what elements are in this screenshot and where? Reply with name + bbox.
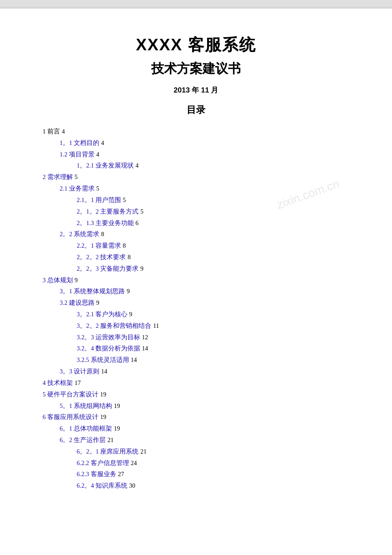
- date-line: 2013 年 11 月: [43, 85, 349, 95]
- toc-link[interactable]: 3。1 系统整体规划思路: [60, 286, 125, 297]
- toc-link[interactable]: 2。2 系统需求: [60, 228, 99, 240]
- toc-link[interactable]: 6.2.2 客户信息管理: [77, 457, 129, 469]
- toc-link[interactable]: 6。1 总体功能框架: [60, 423, 112, 434]
- toc-item[interactable]: 6.2.3 客服业务 27: [77, 468, 349, 480]
- toc-page-number: 14: [101, 366, 107, 377]
- toc-item[interactable]: 2 需求理解 5: [43, 171, 349, 183]
- toc-page-number: 12: [142, 332, 148, 343]
- toc-page-number: 27: [118, 468, 124, 480]
- toc-link[interactable]: 3 总体规划: [43, 275, 73, 286]
- toc-item[interactable]: 5 硬件平台方案设计 19: [43, 389, 349, 400]
- toc-link[interactable]: 6 客服应用系统设计: [43, 411, 98, 423]
- toc-link[interactable]: 2。2。2 技术要求: [77, 251, 126, 263]
- toc-item[interactable]: 6。2 生产运作层 21: [60, 434, 349, 446]
- toc-page-number: 5: [96, 183, 99, 194]
- toc-page-number: 9: [96, 297, 99, 309]
- toc-link[interactable]: 5。1 系统组网结构: [60, 400, 112, 412]
- toc-page-number: 8: [127, 251, 130, 263]
- toc-item[interactable]: 1。1 文档目的 4: [60, 137, 349, 149]
- toc-page-number: 30: [129, 480, 135, 491]
- toc-link[interactable]: 3。2.1 客户为核心: [77, 309, 127, 320]
- toc-page-number: 8: [101, 228, 104, 240]
- toc-link[interactable]: 3.2。4 数据分析为依据: [77, 343, 140, 354]
- toc-page-number: 19: [100, 411, 107, 423]
- toc-item[interactable]: 4 技术框架 17: [43, 377, 349, 389]
- toc-item[interactable]: 3。2.1 客户为核心 9: [77, 309, 349, 320]
- toc-page-number: 8: [123, 240, 126, 251]
- toc-link[interactable]: 3。2。2 服务和营销相结合: [77, 320, 151, 332]
- toc-page-number: 14: [131, 354, 137, 366]
- toc-text: 1 前言: [43, 126, 60, 137]
- toc-page-number: 4: [96, 149, 99, 160]
- toc-item[interactable]: 2.1。1 用户范围 5: [77, 194, 349, 206]
- toc-page-number: 17: [75, 377, 81, 389]
- toc-item[interactable]: 3.2 建设思路 9: [60, 297, 349, 309]
- toc-link[interactable]: 1。1 文档目的: [60, 137, 99, 149]
- toc-page-number: 11: [153, 320, 159, 332]
- toc-item: 1 前言 4: [43, 126, 349, 137]
- toc-link[interactable]: 2.1。1 用户范围: [77, 194, 121, 206]
- toc-page-number: 21: [107, 434, 114, 446]
- toc-page-number: 5: [140, 206, 143, 217]
- toc-link[interactable]: 6.2.3 客服业务: [77, 468, 116, 480]
- toc-page-number: 14: [142, 343, 148, 354]
- toc-link[interactable]: 1。2.1 业务发展现状: [77, 160, 134, 171]
- toc-item[interactable]: 2.1 业务需求 5: [60, 183, 349, 194]
- toc-item[interactable]: 3。1 系统整体规划思路 9: [60, 286, 349, 297]
- toc-link[interactable]: 3.2.5 系统灵活适用: [77, 354, 129, 366]
- toc-link[interactable]: 2。1.3 主要业务功能: [77, 217, 134, 229]
- toc-item[interactable]: 2。2。2 技术要求 8: [77, 251, 349, 263]
- toc-link[interactable]: 2。2。3 灾备能力要求: [77, 263, 138, 275]
- toc-page-number: 21: [140, 446, 147, 457]
- toc-link[interactable]: 3.2 建设思路: [60, 297, 95, 309]
- toc-item[interactable]: 2.2。1 容量需求 8: [77, 240, 349, 251]
- toc-link[interactable]: 3。3 设计原则: [60, 366, 99, 377]
- toc-item[interactable]: 1.2 项目背景 4: [60, 149, 349, 160]
- sub-title: 技术方案建议书: [43, 60, 349, 78]
- toc-item[interactable]: 3 总体规划 9: [43, 275, 349, 286]
- toc-page-number: 6: [135, 217, 138, 229]
- toc-item[interactable]: 6.2.2 客户信息管理 24: [77, 457, 349, 469]
- toc-item[interactable]: 6 客服应用系统设计 19: [43, 411, 349, 423]
- toc-page-number: 24: [131, 457, 137, 469]
- toc-item[interactable]: 6。1 总体功能框架 19: [60, 423, 349, 434]
- toc-link[interactable]: 1.2 项目背景: [60, 149, 95, 160]
- toc-item[interactable]: 3。2。2 服务和营销相结合 11: [77, 320, 349, 332]
- toc-link[interactable]: 6.2。4 知识库系统: [77, 480, 127, 491]
- toc-page-number: 5: [75, 171, 78, 183]
- toc-item[interactable]: 5。1 系统组网结构 19: [60, 400, 349, 412]
- toc-item[interactable]: 3.2。3 运营效率为目标 12: [77, 332, 349, 343]
- toc-item[interactable]: 6.2。4 知识库系统 30: [77, 480, 349, 491]
- toc-item[interactable]: 2。2。3 灾备能力要求 9: [77, 263, 349, 275]
- toc-item[interactable]: 2。1。2 主要服务方式 5: [77, 206, 349, 217]
- toc-link[interactable]: 6。2。1 座席应用系统: [77, 446, 138, 457]
- toc-item[interactable]: 2。2 系统需求 8: [60, 228, 349, 240]
- toc-item[interactable]: 3。3 设计原则 14: [60, 366, 349, 377]
- toc-link[interactable]: 6。2 生产运作层: [60, 434, 106, 446]
- toc-link[interactable]: 3.2。3 运营效率为目标: [77, 332, 140, 343]
- main-title: XXXX 客服系统: [43, 34, 349, 56]
- toc-page-number: 5: [123, 194, 126, 206]
- toc-page-number: 4: [101, 137, 104, 149]
- toc-item[interactable]: 6。2。1 座席应用系统 21: [77, 446, 349, 457]
- toc-item[interactable]: 1。2.1 业务发展现状 4: [77, 160, 349, 171]
- toc-page-number: 9: [75, 275, 78, 286]
- toc-container: 1 前言 41。1 文档目的 41.2 项目背景 41。2.1 业务发展现状 4…: [43, 126, 349, 491]
- toc-page-number: 9: [140, 263, 143, 275]
- toc-item[interactable]: 3.2。4 数据分析为依据 14: [77, 343, 349, 354]
- toc-link[interactable]: 2 需求理解: [43, 171, 73, 183]
- toc-item[interactable]: 2。1.3 主要业务功能 6: [77, 217, 349, 229]
- toc-page-number: 19: [100, 389, 107, 400]
- toc-page-number: 4: [62, 126, 65, 137]
- toc-link[interactable]: 4 技术框架: [43, 377, 73, 389]
- toc-page-number: 9: [129, 309, 132, 320]
- toc-link[interactable]: 2。1。2 主要服务方式: [77, 206, 138, 217]
- toc-link[interactable]: 5 硬件平台方案设计: [43, 389, 98, 400]
- toc-item[interactable]: 3.2.5 系统灵活适用 14: [77, 354, 349, 366]
- toc-page-number: 19: [114, 423, 120, 434]
- toc-title: 目录: [43, 104, 349, 116]
- document-page: zixin.com.cn XXXX 客服系统 技术方案建议书 2013 年 11…: [0, 9, 392, 555]
- toc-link[interactable]: 2.1 业务需求: [60, 183, 95, 194]
- toc-page-number: 4: [135, 160, 138, 171]
- toc-link[interactable]: 2.2。1 容量需求: [77, 240, 121, 251]
